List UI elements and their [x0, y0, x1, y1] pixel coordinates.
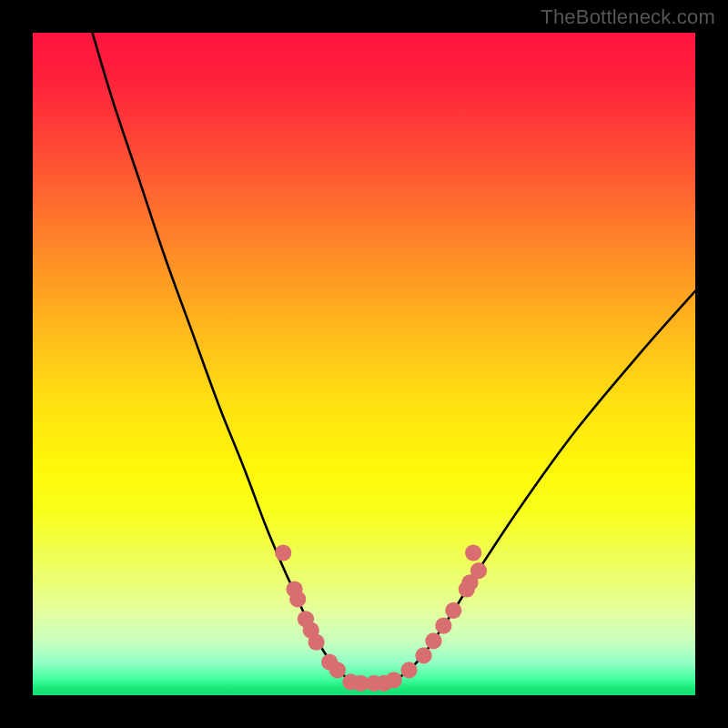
plot-area [33, 33, 695, 695]
watermark-text: TheBottleneck.com [541, 5, 715, 29]
benchmark-marker [415, 647, 431, 663]
benchmark-marker [386, 672, 402, 688]
benchmark-marker [308, 634, 324, 651]
chart-frame: TheBottleneck.com [0, 0, 728, 728]
benchmark-marker [400, 662, 417, 678]
benchmark-marker [329, 662, 346, 678]
benchmark-marker [445, 602, 461, 619]
bottleneck-curve [93, 33, 695, 684]
benchmark-marker [435, 617, 451, 633]
bottleneck-curve-path [93, 33, 695, 684]
benchmark-marker [425, 632, 441, 649]
benchmark-marker [289, 591, 306, 607]
benchmark-markers [275, 544, 487, 692]
benchmark-marker [465, 544, 481, 561]
benchmark-marker [470, 562, 487, 579]
chart-svg [33, 33, 695, 695]
benchmark-marker [275, 544, 291, 561]
